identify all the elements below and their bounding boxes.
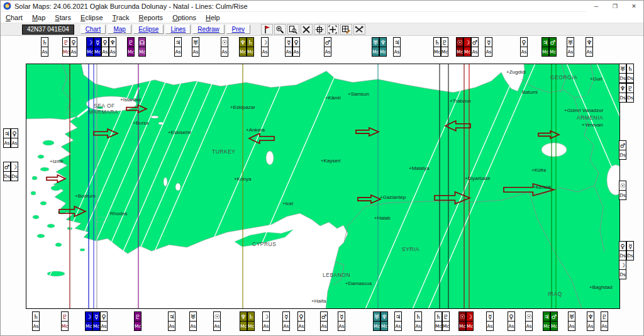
minimize-button[interactable]: ─ — [587, 1, 606, 12]
planet-line-label: ♆As — [587, 311, 595, 331]
city-label: +Izmir — [50, 159, 64, 164]
menu-map[interactable]: Map — [32, 14, 45, 21]
toolbar-button-map[interactable]: Map — [108, 25, 131, 34]
toolbar-icon-buttons — [261, 24, 367, 35]
city-label: +Küfre — [531, 167, 547, 173]
map-canvas[interactable]: +Istanbul+Bursa+Eskisehir+Eskipazar+Anka… — [26, 64, 620, 309]
planet-line-label: ♄Mc — [247, 37, 255, 57]
city-label: +Kerkük — [533, 184, 552, 190]
planet-line-label: ♂As — [320, 311, 328, 331]
region-label: LEBANON — [323, 272, 350, 278]
menu-reports[interactable]: Reports — [139, 14, 164, 21]
city-label: +Bodrum — [75, 193, 96, 199]
planet-line-label: ☿Mc — [92, 311, 101, 331]
planet-line-label: ☉Mc — [456, 37, 464, 57]
crosshair-icon[interactable] — [314, 24, 326, 35]
city-label: +Gümri Vanadzor — [564, 108, 604, 113]
city-label: +Damascus — [345, 281, 372, 286]
city-label: +Bursa — [133, 120, 149, 126]
city-label: +Kayseri — [321, 158, 341, 164]
planet-line-label: ♀As — [101, 37, 109, 57]
planet-line-label: ♀As — [100, 311, 108, 331]
target-icon[interactable] — [327, 24, 339, 35]
tools-icon[interactable] — [353, 24, 365, 35]
planet-line-label: ♆Mc — [240, 311, 248, 331]
city-label: +Eskipazar — [230, 104, 255, 110]
city-label: +Gori — [590, 76, 602, 82]
map-workspace: +Istanbul+Bursa+Eskisehir+Eskipazar+Anka… — [1, 36, 643, 335]
zoom-in-icon[interactable] — [274, 24, 286, 35]
planet-line-label: ♆Mc — [379, 37, 387, 57]
planet-line-label: ♀As — [520, 37, 528, 57]
planet-line-label: ♇Mc — [441, 37, 449, 57]
menu-chart[interactable]: Chart — [6, 14, 23, 21]
planet-line-label: ☊Mc — [138, 37, 147, 57]
planet-line-label: ☿As — [338, 311, 346, 331]
menu-stars[interactable]: Stars — [55, 14, 71, 21]
planet-line-label: ☿As — [282, 311, 291, 331]
planet-line-label: ♄As — [32, 311, 40, 331]
maximize-button[interactable]: ❐ — [606, 1, 625, 12]
city-label: +Zugdidi — [506, 69, 526, 75]
toolbar-button-chart[interactable]: Chart — [80, 25, 106, 34]
planet-line-label: ♆Mc — [239, 37, 247, 57]
planet-line-label: ☉Mc — [458, 311, 467, 331]
planet-line-label: ☽Mc — [85, 311, 93, 331]
planet-line-label: ♀As — [292, 37, 301, 57]
region-label: ARMENIA — [577, 115, 603, 121]
planet-line-label: ☽Ds — [11, 162, 19, 181]
region-label: IRAQ — [548, 291, 562, 297]
city-label: +Gaziantep — [380, 194, 406, 200]
planet-line-label: ♂Mc — [550, 311, 558, 331]
planet-line-label: ♄Mc — [433, 37, 441, 57]
coordinate-readout: 42N37 041E04 — [22, 25, 74, 35]
toolbar-button-redraw[interactable]: Redraw — [192, 25, 224, 34]
planet-line-label: ♄Mc — [435, 311, 443, 331]
menu-eclipse[interactable]: Eclipse — [80, 14, 103, 21]
planet-line-label: ♀As — [297, 311, 306, 331]
menu-options[interactable]: Options — [172, 14, 196, 21]
planet-line-label: ♇Mc — [62, 37, 70, 57]
toolbar-button-lines[interactable]: Lines — [165, 25, 191, 34]
city-label: Rhodes — [110, 211, 128, 216]
cut-icon[interactable] — [301, 24, 313, 35]
planet-line-label: ☿As — [486, 311, 494, 331]
planet-line-label: ☉As — [525, 311, 533, 331]
region-label: SEA OF — [94, 103, 115, 109]
planet-line-label: ♂As — [471, 37, 479, 57]
menu-track[interactable]: Track — [113, 14, 130, 21]
planet-line-label: ♃As — [174, 37, 182, 57]
planet-line-label: ♂As — [324, 37, 332, 57]
planet-line-label: ♆As — [586, 37, 594, 57]
city-label: +Samsun — [348, 91, 369, 97]
menu-help[interactable]: Help — [206, 14, 220, 21]
city-label: +Diyarbakir — [465, 176, 491, 181]
planet-line-label: ♀As — [508, 311, 516, 331]
city-label: +Halab — [374, 215, 391, 221]
toolbar-button-eclipse[interactable]: Eclipse — [133, 25, 164, 34]
planet-line-label: ☽Mc — [466, 311, 474, 331]
city-label: +Malatya — [409, 165, 430, 171]
city-label: +Konya — [234, 176, 252, 182]
planet-line-label: ♄As — [41, 37, 49, 57]
planet-line-label: ♄Mc — [247, 311, 255, 331]
grid-edit-icon[interactable] — [340, 24, 352, 35]
planet-line-label: ♇As — [601, 311, 609, 331]
close-button[interactable]: ✕ — [625, 1, 643, 12]
planet-line-label: ♅Mc — [373, 311, 381, 331]
planet-line-label: ♇Mc — [127, 37, 135, 57]
planet-line-label: ☽Mc — [86, 37, 94, 57]
planet-line-label: ♃Mc — [543, 311, 551, 331]
city-label: +Eskisehir — [168, 130, 191, 135]
planet-line-label: ♅As — [568, 311, 576, 331]
city-label: Batumi — [522, 89, 538, 95]
zoom-doc-icon[interactable] — [287, 24, 299, 35]
city-label: +Yerevan — [582, 122, 603, 128]
city-label: +Trabzon — [450, 98, 471, 104]
flag-icon[interactable] — [261, 24, 273, 35]
planet-line-label: ♅Mc — [372, 37, 380, 57]
planet-line-label: ♃As — [394, 311, 402, 331]
planet-line-label: ☽As — [261, 37, 269, 57]
toolbar-button-prev[interactable]: Prev — [226, 25, 250, 34]
city-label: +Istanbul — [120, 97, 141, 103]
